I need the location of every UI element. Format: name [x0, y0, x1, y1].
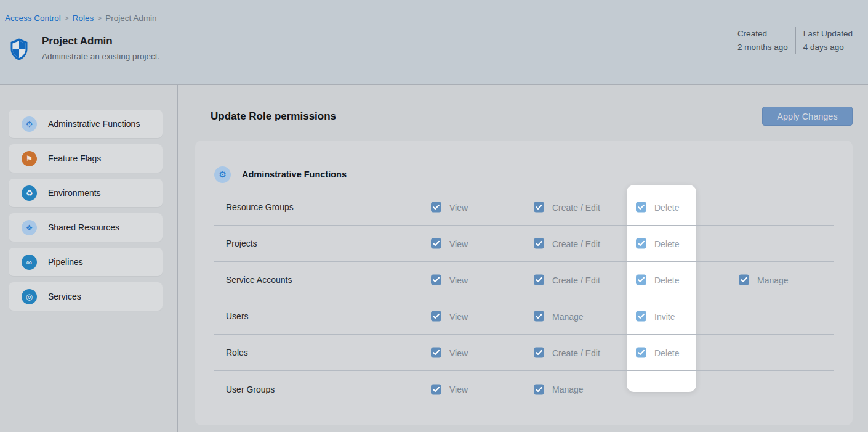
- breadcrumb-link[interactable]: Roles: [73, 14, 94, 23]
- checkbox[interactable]: [534, 311, 544, 322]
- table-row: User Groups View Manage: [214, 371, 834, 407]
- flag-icon: ⚑: [22, 151, 37, 166]
- permission-cell: View: [431, 275, 468, 285]
- sidebar-item-adminstrative-functions[interactable]: ⚙ Adminstrative Functions: [9, 110, 163, 138]
- table-row: Roles View Create / Edit Delete: [214, 335, 834, 371]
- permission-cell: View: [431, 311, 468, 322]
- card-section-title: Adminstrative Functions: [242, 169, 347, 179]
- breadcrumb-separator-icon: >: [65, 14, 69, 23]
- permission-label: View: [449, 348, 468, 357]
- checkbox[interactable]: [431, 311, 441, 322]
- breadcrumb-link[interactable]: Access Control: [5, 14, 61, 23]
- page-subtitle: Administrate an existing project.: [42, 52, 159, 61]
- sidebar-item-services[interactable]: ◎ Services: [9, 282, 163, 311]
- permission-label: Invite: [654, 311, 675, 321]
- permission-cell: Manage: [534, 311, 584, 322]
- breadcrumb: Access Control>Roles>Project Admin: [5, 14, 157, 23]
- permission-label: Manage: [757, 275, 789, 285]
- table-row: Projects View Create / Edit Delete: [214, 226, 834, 262]
- page-header: Access Control>Roles>Project Admin Proje…: [0, 0, 868, 85]
- checkbox[interactable]: [534, 202, 544, 213]
- permission-label: View: [449, 275, 468, 285]
- sidebar-item-feature-flags[interactable]: ⚑ Feature Flags: [9, 144, 163, 173]
- pipeline-icon: ∞: [22, 255, 37, 270]
- checkbox[interactable]: [431, 348, 441, 358]
- permission-label: View: [449, 202, 468, 212]
- permission-cell: Delete: [636, 202, 679, 213]
- row-label: Service Accounts: [226, 275, 292, 285]
- permission-label: View: [449, 238, 468, 248]
- shared-resources-icon: ❖: [22, 220, 37, 235]
- apply-changes-button[interactable]: Apply Changes: [762, 107, 853, 126]
- last-updated-label: Last Updated: [803, 27, 853, 41]
- permission-label: Delete: [654, 348, 679, 357]
- permission-cell: Create / Edit: [534, 202, 600, 213]
- sidebar-item-shared-resources[interactable]: ❖ Shared Resources: [9, 213, 163, 242]
- environment-icon: ♻: [22, 185, 37, 201]
- checkbox[interactable]: [636, 348, 646, 358]
- table-row: Resource Groups View Create / Edit Delet…: [214, 189, 834, 226]
- gear-icon: ⚙: [22, 116, 37, 132]
- row-label: Projects: [226, 238, 257, 248]
- permissions-sidebar: ⚙ Adminstrative Functions ⚑ Feature Flag…: [0, 85, 178, 432]
- created-label: Created: [737, 27, 788, 41]
- main-content: Update Role permissions Apply Changes ⚙ …: [178, 85, 868, 432]
- permissions-card: ⚙ Adminstrative Functions Resource Group…: [195, 141, 853, 425]
- row-label: Users: [226, 311, 249, 321]
- permission-label: View: [449, 385, 468, 394]
- permission-cell: Manage: [534, 384, 584, 394]
- checkbox[interactable]: [636, 311, 646, 322]
- page-title: Project Admin: [42, 35, 159, 47]
- permission-label: Create / Edit: [552, 238, 600, 248]
- sidebar-item-label: Pipelines: [48, 257, 83, 267]
- services-icon: ◎: [22, 289, 37, 304]
- sidebar-item-label: Environments: [48, 188, 101, 198]
- table-row: Users View Manage Invite: [214, 298, 834, 335]
- permission-label: Delete: [654, 238, 679, 248]
- checkbox[interactable]: [534, 384, 544, 394]
- permission-label: Manage: [552, 385, 584, 394]
- permission-cell: Delete: [636, 348, 679, 358]
- permission-cell: View: [431, 384, 468, 394]
- checkbox[interactable]: [431, 275, 441, 285]
- last-updated-value: 4 days ago: [803, 41, 853, 54]
- table-row: Service Accounts View Create / Edit Dele…: [214, 262, 834, 298]
- permission-label: View: [449, 311, 468, 321]
- permission-cell: Invite: [636, 311, 675, 322]
- permission-cell: Create / Edit: [534, 238, 600, 249]
- permission-cell: View: [431, 348, 468, 358]
- sidebar-item-label: Feature Flags: [48, 153, 101, 163]
- role-identity: Project Admin Administrate an existing p…: [9, 35, 159, 63]
- sidebar-item-environments[interactable]: ♻ Environments: [9, 179, 163, 207]
- permission-cell: Create / Edit: [534, 348, 600, 358]
- checkbox[interactable]: [431, 238, 441, 249]
- checkbox[interactable]: [534, 238, 544, 249]
- sidebar-item-label: Services: [48, 291, 81, 301]
- checkbox[interactable]: [431, 384, 441, 394]
- checkbox[interactable]: [636, 202, 646, 213]
- gear-icon: ⚙: [214, 166, 231, 183]
- checkbox[interactable]: [636, 275, 646, 285]
- permission-cell: Manage: [739, 275, 789, 285]
- checkbox[interactable]: [534, 275, 544, 285]
- permission-label: Create / Edit: [552, 202, 600, 212]
- row-label: Roles: [226, 348, 248, 357]
- permission-cell: Create / Edit: [534, 275, 600, 285]
- checkbox[interactable]: [431, 202, 441, 213]
- permission-label: Delete: [654, 202, 679, 212]
- section-heading: Update Role permissions: [211, 110, 336, 123]
- permission-label: Create / Edit: [552, 275, 600, 285]
- breadcrumb-current: Project Admin: [105, 14, 156, 23]
- permissions-table: Resource Groups View Create / Edit Delet…: [214, 189, 834, 407]
- checkbox[interactable]: [739, 275, 749, 285]
- permission-label: Create / Edit: [552, 348, 600, 357]
- breadcrumb-separator-icon: >: [97, 14, 102, 23]
- checkbox[interactable]: [636, 238, 646, 249]
- created-value: 2 months ago: [737, 41, 788, 54]
- permission-cell: View: [431, 238, 468, 249]
- row-label: User Groups: [226, 385, 275, 394]
- permission-label: Delete: [654, 275, 679, 285]
- permission-cell: Delete: [636, 275, 679, 285]
- checkbox[interactable]: [534, 348, 544, 358]
- sidebar-item-pipelines[interactable]: ∞ Pipelines: [9, 248, 163, 276]
